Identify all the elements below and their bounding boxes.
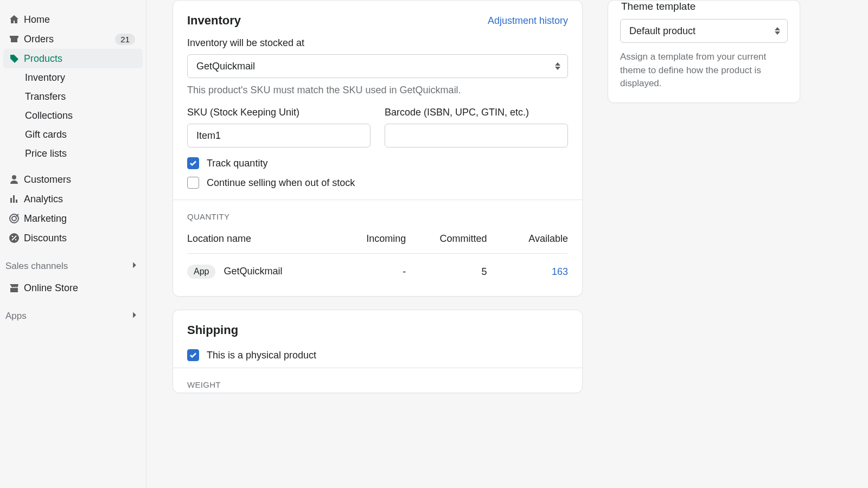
track-qty-label: Track quantity	[207, 158, 267, 169]
apps-header[interactable]: Apps	[2, 306, 144, 326]
nav-online-store-label: Online Store	[24, 282, 135, 294]
quantity-caption: QUANTITY	[173, 200, 582, 233]
chevron-right-icon	[131, 261, 138, 272]
stocked-at-select[interactable]: GetQuickmail	[187, 54, 568, 78]
continue-selling-label: Continue selling when out of stock	[207, 177, 355, 189]
inventory-title: Inventory	[187, 14, 241, 28]
shipping-title: Shipping	[187, 323, 568, 337]
nav-sub-transfers-label: Transfers	[25, 91, 66, 102]
nav-discounts[interactable]: Discounts	[3, 228, 143, 248]
nav-customers-label: Customers	[24, 174, 135, 185]
nav-products-label: Products	[24, 53, 135, 65]
nav-marketing[interactable]: Marketing	[3, 209, 143, 228]
nav-sub-inventory[interactable]: Inventory	[3, 68, 143, 87]
weight-caption: WEIGHT	[173, 368, 582, 393]
nav-sub-gift-cards[interactable]: Gift cards	[3, 125, 143, 144]
incoming-value: -	[325, 266, 406, 278]
store-icon	[7, 282, 22, 293]
barcode-label: Barcode (ISBN, UPC, GTIN, etc.)	[385, 107, 568, 118]
inventory-card: Inventory Adjustment history Inventory w…	[173, 0, 583, 297]
stocked-at-label: Inventory will be stocked at	[187, 37, 568, 49]
track-qty-checkbox[interactable]	[187, 157, 199, 169]
svg-point-1	[12, 216, 16, 221]
physical-product-label: This is a physical product	[207, 350, 316, 361]
stocked-at-value: GetQuickmail	[196, 61, 255, 72]
theme-template-select[interactable]: Default product	[620, 19, 788, 43]
nav-home[interactable]: Home	[3, 10, 143, 29]
nav-products[interactable]: Products	[3, 49, 143, 68]
shipping-card: Shipping This is a physical product WEIG…	[173, 310, 583, 393]
nav-discounts-label: Discounts	[24, 233, 135, 244]
nav-sub-transfers[interactable]: Transfers	[3, 87, 143, 106]
nav-orders-label: Orders	[24, 34, 115, 45]
physical-product-checkbox[interactable]	[187, 349, 199, 361]
sales-channels-header[interactable]: Sales channels	[2, 256, 144, 276]
adjustment-history-link[interactable]: Adjustment history	[488, 15, 568, 27]
apps-label: Apps	[5, 311, 27, 322]
sku-label: SKU (Stock Keeping Unit)	[187, 107, 371, 118]
nav-online-store[interactable]: Online Store	[3, 278, 143, 298]
continue-selling-checkbox[interactable]	[187, 177, 199, 189]
nav-analytics[interactable]: Analytics	[3, 189, 143, 209]
svg-point-3	[12, 236, 14, 237]
theme-template-value: Default product	[629, 25, 695, 36]
nav-sub-collections[interactable]: Collections	[3, 106, 143, 125]
sidebar: Home Orders 21 Products Inventory Transf…	[0, 0, 146, 488]
nav-sub-gift-cards-label: Gift cards	[25, 129, 67, 140]
nav-sub-price-lists[interactable]: Price lists	[3, 144, 143, 163]
nav-marketing-label: Marketing	[24, 213, 135, 224]
customers-icon	[7, 174, 22, 185]
products-icon	[7, 53, 22, 64]
qty-head-available: Available	[487, 233, 568, 245]
orders-badge: 21	[115, 34, 135, 45]
home-icon	[7, 14, 22, 25]
nav-sub-inventory-label: Inventory	[25, 72, 65, 84]
nav-sub-collections-label: Collections	[25, 110, 73, 121]
orders-icon	[7, 34, 22, 44]
quantity-row: App GetQuickmail - 5 163	[187, 254, 568, 282]
discounts-icon	[7, 233, 22, 243]
committed-value: 5	[406, 266, 487, 278]
analytics-icon	[7, 194, 22, 204]
location-badge: App	[187, 265, 215, 279]
location-name: GetQuickmail	[224, 266, 282, 277]
qty-head-committed: Committed	[406, 233, 487, 245]
nav-analytics-label: Analytics	[24, 194, 135, 205]
quantity-table: Location name Incoming Committed Availab…	[173, 233, 582, 296]
theme-template-title: Theme template	[620, 1, 788, 19]
nav-orders[interactable]: Orders 21	[3, 29, 143, 49]
sales-channels-label: Sales channels	[5, 261, 68, 272]
nav-customers[interactable]: Customers	[3, 170, 143, 189]
available-value[interactable]: 163	[552, 266, 568, 277]
qty-head-location: Location name	[187, 233, 325, 245]
chevron-right-icon	[131, 311, 138, 322]
qty-head-incoming: Incoming	[325, 233, 406, 245]
nav-sub-price-lists-label: Price lists	[25, 148, 67, 159]
sku-input[interactable]	[187, 124, 371, 147]
nav-home-label: Home	[24, 14, 135, 25]
svg-point-4	[15, 239, 17, 241]
barcode-input[interactable]	[385, 124, 568, 147]
marketing-icon	[7, 213, 22, 224]
theme-template-help: Assign a template from your current them…	[620, 50, 788, 91]
theme-template-card: Theme template Default product Assign a …	[608, 0, 800, 103]
sku-help: This product's SKU must match the SKU us…	[187, 85, 568, 96]
